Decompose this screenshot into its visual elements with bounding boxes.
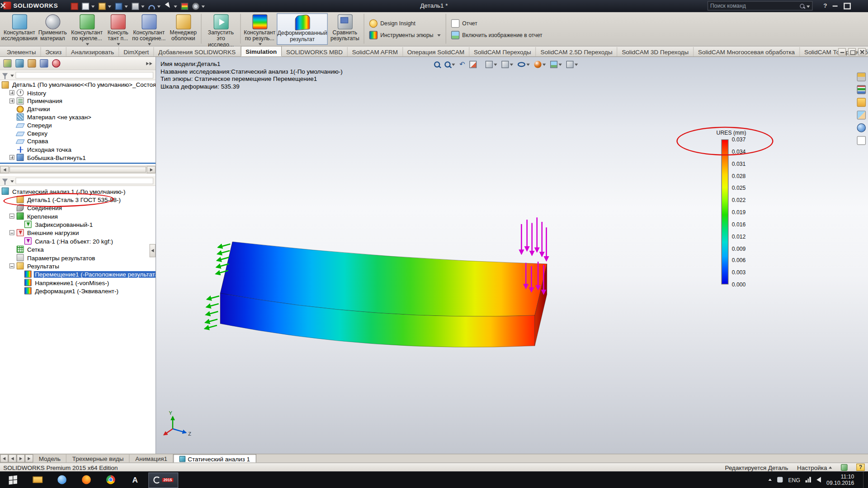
tree-item-sensors[interactable]: Датчики: [0, 105, 156, 113]
tree-item-history[interactable]: History: [0, 89, 156, 97]
display-style-button[interactable]: [500, 59, 514, 70]
tree-item-displacement-plot[interactable]: Перемещение1 (-Расположение результата-): [0, 270, 156, 278]
propertymanager-tab-icon[interactable]: [15, 59, 24, 67]
tab-elements[interactable]: Элементы: [2, 47, 41, 56]
dimxpertmanager-tab-icon[interactable]: [40, 59, 48, 67]
tree-item-material[interactable]: Материал <не указан>: [0, 113, 156, 121]
tree-item-annotations[interactable]: Примечания: [0, 97, 156, 105]
tree-item-connections[interactable]: Соединения: [0, 204, 156, 212]
design-library-icon[interactable]: [857, 85, 866, 94]
include-image-button[interactable]: Включить изображение в отчет: [451, 31, 542, 39]
appearances-icon[interactable]: [857, 123, 866, 132]
volume-icon[interactable]: [816, 477, 821, 483]
custom-properties-icon[interactable]: [857, 136, 866, 145]
tree-item-mesh[interactable]: Сетка: [0, 245, 156, 253]
tree-item-boss-extrude[interactable]: Бобышка-Вытянуть1: [0, 154, 156, 162]
expander-icon[interactable]: [9, 263, 14, 268]
expander-icon[interactable]: [9, 155, 14, 160]
language-indicator[interactable]: ENG: [788, 477, 800, 483]
tab-static-study[interactable]: Статический анализ 1: [173, 454, 256, 462]
solidworks-taskbar-button[interactable]: 2015: [148, 472, 178, 488]
section-view-button[interactable]: [468, 59, 478, 70]
clock[interactable]: 11:10 09.10.2016: [826, 474, 854, 486]
fixtures-advisor-button[interactable]: Консультант по крепле...: [69, 13, 105, 45]
tree-item-force[interactable]: Сила-1 (:На объект: 20 kgf:): [0, 237, 156, 245]
tab-solidcam-operation[interactable]: Операция SolidCAM: [403, 47, 469, 56]
minimize-button[interactable]: [829, 2, 840, 10]
study-tree-filter[interactable]: [0, 176, 156, 186]
featuremanager-tab-icon[interactable]: [3, 59, 11, 67]
expander-icon[interactable]: [9, 90, 14, 95]
tab-dimxpert[interactable]: DimXpert: [119, 47, 154, 56]
view-settings-button[interactable]: [565, 59, 579, 70]
tree-item-result-options[interactable]: Параметры результатов: [0, 253, 156, 262]
expander-icon[interactable]: [9, 230, 14, 235]
tree-item-study-part[interactable]: Деталь1 (-Сталь 3 ГОСТ 535-88-): [0, 195, 156, 203]
tray-expand-icon[interactable]: [768, 479, 771, 481]
edit-appearance-button[interactable]: [533, 59, 547, 70]
tree-item-results[interactable]: Результаты: [0, 262, 156, 270]
hide-show-button[interactable]: [517, 59, 531, 70]
horizontal-scrollbar[interactable]: [0, 165, 156, 174]
next-tab-icon[interactable]: [17, 454, 25, 462]
tab-solidcam-transitions[interactable]: SolidCAM Переходы: [469, 47, 536, 56]
zoom-fit-button[interactable]: [433, 59, 441, 70]
panel-collapse-handle[interactable]: [150, 244, 156, 257]
study-advisor-button[interactable]: Консультант исследования: [2, 13, 37, 45]
network-icon[interactable]: [806, 477, 811, 483]
doc-restore-icon[interactable]: [848, 48, 856, 56]
scroll-right-icon[interactable]: [146, 166, 156, 173]
firefox-button[interactable]: [74, 471, 99, 488]
tree-item-strain-plot[interactable]: Деформация1 (-Эквивалент-): [0, 286, 156, 295]
tab-model[interactable]: Модель: [33, 454, 66, 462]
expander-icon[interactable]: [9, 99, 14, 103]
customize-button[interactable]: Настройка: [797, 464, 832, 471]
last-tab-icon[interactable]: [25, 454, 33, 462]
plot-tools-button[interactable]: Инструменты эпюры: [369, 31, 441, 39]
first-tab-icon[interactable]: [0, 454, 8, 462]
command-search[interactable]: [708, 1, 813, 10]
panel-splitter[interactable]: [0, 163, 156, 164]
shell-manager-button[interactable]: Менеджер оболочки: [167, 13, 199, 45]
start-button[interactable]: [0, 471, 25, 488]
file-explorer-button[interactable]: [25, 471, 50, 488]
tree-item-stress-plot[interactable]: Напряжение1 (-vonMises-): [0, 278, 156, 286]
close-button[interactable]: [0, 2, 9, 10]
tab-solidcam-afrm[interactable]: SolidCAM AFRM: [348, 47, 403, 56]
tree-filter[interactable]: [0, 70, 156, 80]
previous-view-button[interactable]: ↶: [458, 59, 466, 70]
expander-icon[interactable]: [9, 214, 14, 219]
tree-item-external-loads[interactable]: Внешние нагрузки: [0, 229, 156, 237]
chrome-button[interactable]: [99, 471, 123, 488]
prev-tab-icon[interactable]: [8, 454, 16, 462]
doc-minimize-icon[interactable]: [838, 48, 846, 56]
search-input[interactable]: [710, 3, 799, 9]
design-insight-button[interactable]: Design Insight: [369, 19, 441, 27]
filter-field[interactable]: [15, 72, 153, 79]
tray-app-icon[interactable]: [777, 477, 783, 483]
tab-animation[interactable]: Анимация1: [130, 454, 173, 462]
tree-item-study-root[interactable]: Статический анализ 1 (-По умолчанию-): [0, 187, 156, 195]
resources-icon[interactable]: [857, 72, 866, 81]
tab-simulation[interactable]: Simulation: [241, 46, 282, 56]
help-button[interactable]: ?: [823, 2, 827, 9]
doc-close-icon[interactable]: [858, 48, 866, 56]
results-advisor-button[interactable]: Консультант по резуль...: [242, 13, 277, 45]
show-desktop-button[interactable]: [863, 471, 866, 488]
connections-advisor-button[interactable]: Консультант по соедине...: [131, 13, 167, 45]
tab-solidcam-3d[interactable]: SolidCAM 3D Переходы: [618, 47, 694, 56]
run-study-button[interactable]: Запустить это исследо...: [203, 13, 238, 45]
tab-addins[interactable]: Добавления SOLIDWORKS: [154, 47, 241, 56]
browser-button[interactable]: [50, 471, 74, 488]
tree-item-part-root[interactable]: Деталь1 (По умолчанию<<По умолчанию>_Сос…: [0, 81, 156, 89]
displaymanager-tab-icon[interactable]: [52, 59, 60, 67]
apply-material-button[interactable]: Применить материал: [37, 13, 69, 45]
tab-mbd[interactable]: SOLIDWORKS MBD: [282, 47, 348, 56]
scrollbar-thumb[interactable]: [9, 167, 146, 173]
tree-item-top-plane[interactable]: Сверху: [0, 129, 156, 137]
tab-3d-views[interactable]: Трехмерные виды: [67, 454, 130, 462]
tree-item-fixed[interactable]: Зафиксированный-1: [0, 220, 156, 228]
tab-solidcam-multiaxis[interactable]: SolidCAM Многоосевая обработка: [693, 47, 800, 56]
tree-item-fixtures[interactable]: Крепления: [0, 212, 156, 220]
restore-button[interactable]: [841, 2, 852, 10]
